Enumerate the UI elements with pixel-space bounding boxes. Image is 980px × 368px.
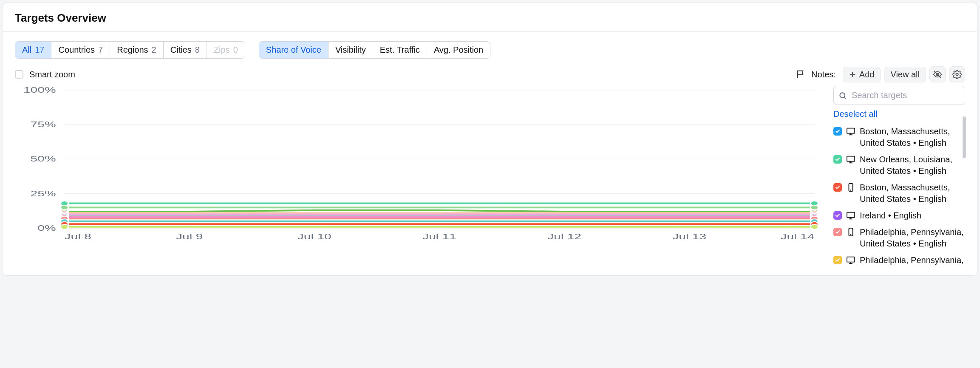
metric-tab-sov[interactable]: Share of Voice <box>259 42 329 58</box>
svg-text:Jul 9: Jul 9 <box>176 232 203 241</box>
scope-tab-zips: Zips0 <box>207 42 245 58</box>
scope-tab-label: Zips <box>214 45 230 55</box>
search-targets-input[interactable] <box>833 86 965 105</box>
scope-tab-label: Cities <box>170 45 192 55</box>
right-controls: Notes: Add View all <box>796 66 965 82</box>
svg-text:100%: 100% <box>23 86 56 94</box>
scope-tab-cities[interactable]: Cities8 <box>164 42 207 58</box>
svg-text:Jul 11: Jul 11 <box>422 232 456 241</box>
notes-view-all-button[interactable]: View all <box>884 67 926 82</box>
deselect-all-link[interactable]: Deselect all <box>833 109 965 119</box>
scope-tab-label: Regions <box>117 45 148 55</box>
search-icon <box>838 91 847 100</box>
svg-rect-42 <box>847 128 855 133</box>
legend-item-label: New Orleans, Louisiana, United States • … <box>860 154 965 177</box>
svg-text:50%: 50% <box>31 155 56 163</box>
eye-off-icon <box>933 70 942 79</box>
metric-segmented: Share of VoiceVisibilityEst. TrafficAvg.… <box>259 41 490 59</box>
svg-text:Jul 12: Jul 12 <box>547 232 581 241</box>
svg-text:Jul 13: Jul 13 <box>672 232 706 241</box>
legend-item[interactable]: Ireland • English <box>833 207 965 224</box>
metric-tab-avgpos[interactable]: Avg. Position <box>427 42 490 58</box>
svg-rect-49 <box>847 257 855 262</box>
scope-tab-count: 8 <box>195 45 200 55</box>
legend-item-checkbox[interactable] <box>833 155 842 164</box>
svg-point-40 <box>810 224 818 229</box>
desktop-device-icon <box>846 127 855 136</box>
plus-icon <box>849 71 856 78</box>
svg-rect-43 <box>847 156 855 161</box>
controls-row: Smart zoom Notes: Add View all <box>3 59 977 86</box>
legend-panel: Deselect all Boston, Massachusetts, Unit… <box>833 86 965 269</box>
svg-text:0%: 0% <box>37 224 56 232</box>
svg-rect-46 <box>847 212 855 218</box>
mobile-device-icon <box>846 183 855 192</box>
legend-list[interactable]: Boston, Massachusetts, United States • E… <box>833 123 965 269</box>
legend-item-label: Boston, Massachusetts, United States • E… <box>860 182 965 205</box>
svg-text:25%: 25% <box>31 190 56 198</box>
notes-flag-icon <box>796 70 805 79</box>
desktop-device-icon <box>846 255 855 265</box>
legend-item[interactable]: New Orleans, Louisiana, United States • … <box>833 151 965 179</box>
svg-point-1 <box>956 73 958 76</box>
legend-item-label: Philadelphia, Pennsylvania, <box>860 255 965 266</box>
targets-overview-card: Targets Overview All17Countries7Regions2… <box>3 3 977 276</box>
card-header: Targets Overview <box>3 3 977 32</box>
svg-point-39 <box>60 224 68 229</box>
svg-point-45 <box>851 190 851 190</box>
gear-icon <box>952 70 962 79</box>
search-targets-box <box>833 86 965 105</box>
mobile-device-icon <box>846 227 855 237</box>
legend-item[interactable]: Boston, Massachusetts, United States • E… <box>833 179 965 207</box>
svg-text:Jul 14: Jul 14 <box>780 232 814 241</box>
scope-tab-count: 7 <box>98 45 103 55</box>
svg-text:75%: 75% <box>31 120 56 129</box>
toolbar-row: All17Countries7Regions2Cities8Zips0 Shar… <box>3 32 977 59</box>
scope-tab-label: All <box>22 45 31 55</box>
svg-point-48 <box>851 235 851 235</box>
metric-tab-visibility[interactable]: Visibility <box>329 42 373 58</box>
svg-point-41 <box>840 93 845 98</box>
settings-button[interactable] <box>949 66 965 82</box>
visibility-toggle-button[interactable] <box>929 66 946 82</box>
legend-item-checkbox[interactable] <box>833 211 842 220</box>
desktop-device-icon <box>846 155 855 164</box>
svg-text:Jul 10: Jul 10 <box>297 232 331 241</box>
smart-zoom-checkbox[interactable] <box>15 70 23 79</box>
notes-add-label: Add <box>859 70 875 79</box>
scope-tab-countries[interactable]: Countries7 <box>51 42 110 58</box>
scope-tab-count: 0 <box>233 45 238 55</box>
chart-area[interactable]: 0%25%50%75%100%Jul 8Jul 9Jul 10Jul 11Jul… <box>15 86 821 269</box>
notes-view-all-label: View all <box>890 70 920 79</box>
scope-tab-regions[interactable]: Regions2 <box>110 42 164 58</box>
legend-item-checkbox[interactable] <box>833 183 842 192</box>
legend-item-checkbox[interactable] <box>833 228 842 236</box>
legend-item-label: Ireland • English <box>860 210 965 221</box>
scope-tab-count: 17 <box>35 45 44 55</box>
scope-tab-count: 2 <box>152 45 156 55</box>
metric-tab-traffic[interactable]: Est. Traffic <box>373 42 427 58</box>
scope-tab-label: Countries <box>58 45 95 55</box>
legend-item-checkbox[interactable] <box>833 127 842 136</box>
legend-item[interactable]: Philadelphia, Pennsylvania, <box>833 252 965 269</box>
smart-zoom-label: Smart zoom <box>29 70 75 79</box>
line-chart: 0%25%50%75%100%Jul 8Jul 9Jul 10Jul 11Jul… <box>15 86 821 243</box>
scrollbar[interactable] <box>963 116 966 158</box>
scope-segmented: All17Countries7Regions2Cities8Zips0 <box>15 41 245 59</box>
legend-item-label: Philadelphia, Pennsylvania, United State… <box>860 226 965 249</box>
notes-add-button[interactable]: Add <box>843 67 881 82</box>
notes-label: Notes: <box>811 70 836 79</box>
legend-item[interactable]: Philadelphia, Pennsylvania, United State… <box>833 224 965 252</box>
legend-item[interactable]: Boston, Massachusetts, United States • E… <box>833 123 965 151</box>
svg-text:Jul 8: Jul 8 <box>65 232 91 241</box>
desktop-device-icon <box>846 211 855 220</box>
legend-item-checkbox[interactable] <box>833 256 842 264</box>
metric-tab-label: Avg. Position <box>434 45 483 55</box>
scope-tab-all[interactable]: All17 <box>15 42 51 58</box>
metric-tab-label: Est. Traffic <box>380 45 420 55</box>
chart-and-legend-row: 0%25%50%75%100%Jul 8Jul 9Jul 10Jul 11Jul… <box>3 86 977 275</box>
metric-tab-label: Share of Voice <box>266 45 321 55</box>
page-title: Targets Overview <box>15 11 965 25</box>
legend-item-label: Boston, Massachusetts, United States • E… <box>860 126 965 149</box>
metric-tab-label: Visibility <box>335 45 366 55</box>
